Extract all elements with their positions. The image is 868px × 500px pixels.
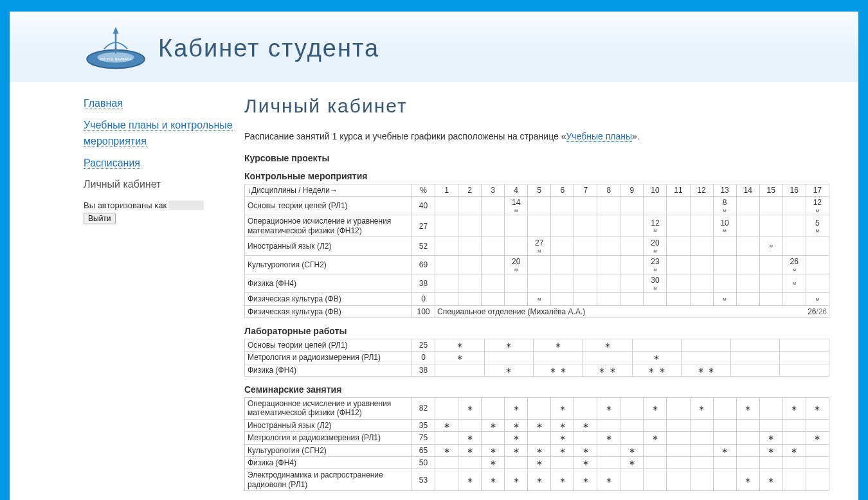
week-cell: ∗	[759, 469, 782, 491]
intro-link[interactable]: Учебные планы	[566, 131, 632, 142]
week-cell	[458, 197, 482, 215]
lab-table: Основы теории цепей (РЛ1)25∗∗∗∗Метрологи…	[244, 339, 829, 377]
week-cell: ∗	[482, 469, 505, 491]
week-cell	[690, 419, 713, 431]
week-cell	[482, 398, 505, 420]
header-disciplines: ↓Дисциплины / Недели→	[245, 184, 412, 197]
section-lab: Лабораторные работы	[244, 326, 829, 336]
week-cell	[667, 398, 690, 420]
week-cell: 12м	[806, 197, 829, 215]
week-cell	[528, 215, 551, 237]
week-cell	[435, 256, 458, 274]
header-week: 17	[806, 184, 829, 197]
header-week: 5	[528, 184, 551, 197]
week-cell: ∗	[782, 444, 806, 456]
header-week: 3	[482, 184, 505, 197]
week-cell	[620, 215, 644, 237]
week-cell	[620, 274, 644, 293]
week-cell	[458, 237, 482, 256]
week-cell: ∗	[505, 469, 528, 491]
nav-schedule[interactable]: Расписания	[84, 157, 140, 169]
week-cell: ∗ ∗	[632, 364, 682, 376]
week-cell: ∗	[458, 432, 482, 444]
control-table: ↓Дисциплины / Недели→%123456789101112131…	[244, 184, 829, 318]
week-cell	[435, 274, 458, 293]
week-cell	[736, 237, 759, 256]
row-pct: 40	[412, 197, 435, 215]
week-cell	[782, 432, 806, 444]
row-label: Электродинамика и распространение радиов…	[245, 469, 412, 491]
week-cell	[505, 274, 528, 293]
week-cell	[620, 419, 644, 431]
week-cell	[806, 256, 829, 274]
section-coursework: Курсовые проекты	[244, 153, 829, 163]
week-cell: ∗	[534, 339, 583, 351]
svg-marker-4	[113, 27, 119, 34]
week-cell: ∗	[482, 457, 505, 469]
week-cell: м	[759, 237, 782, 256]
week-cell: ∗	[551, 398, 574, 420]
week-cell	[458, 457, 482, 469]
week-cell	[667, 457, 690, 469]
week-cell	[435, 215, 458, 237]
week-cell	[780, 339, 829, 351]
header-week: 15	[759, 184, 782, 197]
table-row: Операционное исчисление и уравнения мате…	[245, 398, 829, 420]
table-row: Физика (ФН4)50∗∗∗∗	[245, 457, 829, 469]
row-label: Иностранный язык (Л2)	[245, 419, 412, 431]
week-cell	[435, 398, 458, 420]
row-label: Физика (ФН4)	[245, 364, 412, 376]
week-cell	[782, 293, 806, 305]
site-title: Кабинет студента	[158, 35, 379, 62]
week-cell	[690, 237, 713, 256]
table-row: Метрология и радиоизмерения (РЛ1)0∗∗	[245, 352, 829, 364]
header-week: 1	[435, 184, 458, 197]
table-row: Физика (ФН4)38∗∗ ∗∗ ∗∗ ∗∗ ∗	[245, 364, 829, 376]
row-label: Культурология (СГН2)	[245, 256, 412, 274]
week-cell: ∗	[620, 457, 644, 469]
week-cell	[806, 274, 829, 293]
week-cell	[505, 293, 528, 305]
row-label: Иностранный язык (Л2)	[245, 237, 412, 256]
week-cell	[528, 256, 551, 274]
week-cell	[736, 215, 759, 237]
week-cell	[713, 457, 736, 469]
week-cell	[713, 274, 736, 293]
week-cell	[551, 274, 574, 293]
week-cell: 12м	[644, 215, 667, 237]
week-cell	[620, 398, 644, 420]
week-cell	[620, 293, 644, 305]
week-cell	[736, 256, 759, 274]
week-cell	[620, 469, 644, 491]
week-cell	[597, 237, 620, 256]
week-cell: ∗	[759, 432, 782, 444]
section-control: Контрольные мероприятия	[244, 171, 829, 181]
week-cell: ∗	[620, 444, 644, 456]
week-cell: ∗	[644, 398, 667, 420]
week-cell	[620, 256, 644, 274]
table-row: Метрология и радиоизмерения (РЛ1)75∗∗∗∗∗…	[245, 432, 829, 444]
week-cell	[551, 237, 574, 256]
row-pct: 69	[412, 256, 435, 274]
row-label: Физическая культура (ФВ)	[245, 293, 412, 305]
logout-button[interactable]: Выйти	[84, 213, 116, 224]
week-cell	[713, 432, 736, 444]
nav-home[interactable]: Главная	[84, 98, 123, 109]
week-cell: 26м	[782, 256, 806, 274]
week-cell	[435, 469, 458, 491]
nav-cabinet-active: Личный кабинет	[84, 176, 161, 193]
week-cell	[713, 469, 736, 491]
week-cell	[435, 432, 458, 444]
week-cell	[574, 398, 597, 420]
row-pct: 52	[412, 237, 435, 256]
table-row: Основы теории цепей (РЛ1)4014м8м12м	[245, 197, 829, 215]
week-cell: ∗	[528, 419, 551, 431]
week-cell: 20м	[505, 256, 528, 274]
week-cell	[736, 457, 759, 469]
week-cell	[620, 432, 644, 444]
week-cell: ∗	[551, 432, 574, 444]
week-cell: ∗	[574, 469, 597, 491]
week-cell	[782, 457, 806, 469]
nav-plans[interactable]: Учебные планы и контрольные мероприятия	[84, 120, 233, 148]
week-cell	[690, 256, 713, 274]
